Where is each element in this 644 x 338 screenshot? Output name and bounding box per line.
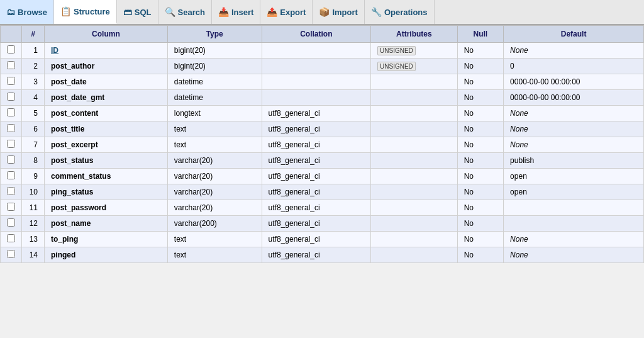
row-null: No [457, 169, 503, 184]
row-attributes [371, 200, 458, 216]
row-number: 13 [22, 232, 45, 247]
row-collation: utf8_general_ci [262, 247, 370, 263]
row-attributes [371, 90, 458, 106]
row-type: text [167, 121, 262, 137]
row-checkbox[interactable] [7, 108, 15, 116]
export-icon: 📤 [267, 7, 277, 17]
table-header-row: # Column Type Collation Attributes Null … [1, 26, 644, 43]
row-column-name[interactable]: ID [45, 43, 168, 59]
row-attributes [371, 232, 458, 247]
table-row: 6post_titletextutf8_general_ciNoNone [1, 121, 644, 137]
import-icon: 📦 [319, 7, 330, 17]
table-row: 13to_pingtextutf8_general_ciNoNone [1, 232, 644, 247]
table-row: 4post_date_gmtdatetimeNo0000-00-00 00:00… [1, 90, 644, 106]
toolbar-item-export[interactable]: 📤Export [260, 0, 313, 24]
row-number: 12 [22, 216, 45, 232]
row-default: None [504, 121, 644, 137]
toolbar-item-structure[interactable]: 📋Structure [54, 0, 117, 24]
row-checkbox[interactable] [7, 155, 15, 164]
row-attributes [371, 106, 458, 121]
row-checkbox[interactable] [7, 187, 15, 195]
toolbar-item-insert[interactable]: 📥Insert [212, 0, 260, 24]
row-default: open [504, 169, 644, 184]
column-link[interactable]: ID [51, 46, 58, 55]
row-column-name: post_date_gmt [45, 90, 168, 106]
row-type: bigint(20) [167, 43, 262, 59]
row-column-name: post_author [45, 59, 168, 74]
header-type: Type [167, 26, 262, 43]
row-column-name: post_title [45, 121, 168, 137]
row-collation: utf8_general_ci [262, 216, 370, 232]
header-attributes: Attributes [371, 26, 458, 43]
row-null: No [457, 106, 503, 121]
insert-label: Insert [231, 8, 253, 17]
table-row: 14pingedtextutf8_general_ciNoNone [1, 247, 644, 263]
sql-label: SQL [135, 8, 152, 17]
row-number: 2 [22, 59, 45, 74]
toolbar: 🗂Browse📋Structure🗃SQL🔍Search📥Insert📤Expo… [0, 0, 644, 25]
export-label: Export [280, 8, 306, 17]
header-column: Column [45, 26, 168, 43]
row-checkbox[interactable] [7, 203, 15, 211]
row-checkbox[interactable] [7, 234, 15, 242]
row-number: 4 [22, 90, 45, 106]
row-column-name: comment_status [45, 169, 168, 184]
row-default: None [504, 106, 644, 121]
row-number: 10 [22, 184, 45, 200]
toolbar-item-operations[interactable]: 🔧Operations [365, 0, 435, 24]
table-row: 7post_excerpttextutf8_general_ciNoNone [1, 137, 644, 153]
toolbar-item-sql[interactable]: 🗃SQL [117, 0, 158, 24]
table-wrap: # Column Type Collation Attributes Null … [0, 25, 644, 263]
row-type: text [167, 232, 262, 247]
row-type: bigint(20) [167, 59, 262, 74]
row-number: 6 [22, 121, 45, 137]
toolbar-item-import[interactable]: 📦Import [313, 0, 364, 24]
row-default: None [504, 43, 644, 59]
row-default: None [504, 247, 644, 263]
row-checkbox[interactable] [7, 140, 15, 148]
row-type: longtext [167, 106, 262, 121]
toolbar-item-search[interactable]: 🔍Search [158, 0, 212, 24]
row-checkbox[interactable] [7, 124, 15, 132]
structure-icon: 📋 [60, 6, 71, 16]
row-collation [262, 74, 370, 90]
insert-icon: 📥 [218, 7, 229, 17]
row-null: No [457, 90, 503, 106]
row-attributes [371, 169, 458, 184]
header-collation: Collation [262, 26, 370, 43]
row-checkbox[interactable] [7, 171, 15, 179]
row-column-name: post_content [45, 106, 168, 121]
row-type: text [167, 137, 262, 153]
row-collation: utf8_general_ci [262, 169, 370, 184]
row-null: No [457, 153, 503, 169]
row-checkbox[interactable] [7, 93, 15, 101]
search-icon: 🔍 [165, 7, 175, 17]
browse-icon: 🗂 [6, 7, 15, 17]
row-attributes [371, 137, 458, 153]
row-checkbox[interactable] [7, 218, 15, 227]
row-null: No [457, 216, 503, 232]
row-checkbox[interactable] [7, 61, 15, 69]
row-checkbox[interactable] [7, 45, 15, 54]
row-default: None [504, 137, 644, 153]
row-column-name: post_date [45, 74, 168, 90]
row-number: 3 [22, 74, 45, 90]
toolbar-item-browse[interactable]: 🗂Browse [0, 0, 54, 24]
row-default: publish [504, 153, 644, 169]
row-type: varchar(200) [167, 216, 262, 232]
table-row: 1IDbigint(20)UNSIGNEDNoNone [1, 43, 644, 59]
row-attributes: UNSIGNED [371, 59, 458, 74]
row-checkbox[interactable] [7, 250, 15, 258]
row-default: 0 [504, 59, 644, 74]
row-collation: utf8_general_ci [262, 106, 370, 121]
row-checkbox[interactable] [7, 77, 15, 85]
row-collation: utf8_general_ci [262, 137, 370, 153]
table-row: 10ping_statusvarchar(20)utf8_general_ciN… [1, 184, 644, 200]
row-default [504, 200, 644, 216]
row-column-name: post_excerpt [45, 137, 168, 153]
row-attributes [371, 121, 458, 137]
row-collation: utf8_general_ci [262, 232, 370, 247]
sql-icon: 🗃 [123, 7, 132, 17]
table-row: 9comment_statusvarchar(20)utf8_general_c… [1, 169, 644, 184]
row-column-name: post_password [45, 200, 168, 216]
